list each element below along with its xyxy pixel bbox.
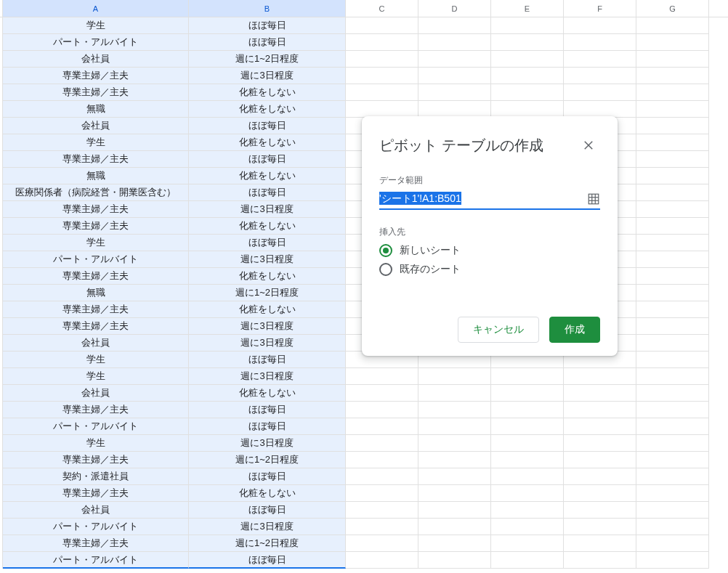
col-header-B[interactable]: B [189,0,346,17]
cell-G[interactable] [636,201,709,218]
cell-G[interactable] [636,118,709,134]
close-button[interactable] [577,134,600,157]
cell-B[interactable]: ほぼ毎日 [189,418,346,435]
col-header-E[interactable]: E [491,0,564,17]
cell-D[interactable] [418,418,491,435]
cell-B[interactable]: ほぼ毎日 [189,402,346,418]
cell-C[interactable] [346,519,418,535]
cell-E[interactable] [491,402,564,418]
cell-A[interactable]: 会社員 [3,385,189,402]
cell-F[interactable] [564,385,636,402]
cell-A[interactable]: 専業主婦／主夫 [3,268,189,285]
cell-B[interactable]: 化粧をしない [189,301,346,318]
cell-G[interactable] [636,535,709,552]
cell-E[interactable] [491,68,564,84]
cell-D[interactable] [418,552,491,569]
cell-A[interactable]: 無職 [3,101,189,118]
cell-A[interactable]: 無職 [3,168,189,184]
cell-G[interactable] [636,318,709,335]
cell-D[interactable] [418,452,491,468]
cell-A[interactable]: 専業主婦／主夫 [3,218,189,235]
cell-D[interactable] [418,101,491,118]
col-header-D[interactable]: D [418,0,491,17]
cell-E[interactable] [491,34,564,51]
cell-C[interactable] [346,68,418,84]
cell-G[interactable] [636,452,709,468]
cell-C[interactable] [346,418,418,435]
cell-B[interactable]: 週に3日程度 [189,519,346,535]
cell-F[interactable] [564,502,636,519]
cell-A[interactable]: 契約・派遣社員 [3,468,189,485]
cell-D[interactable] [418,485,491,502]
cell-A[interactable]: 学生 [3,235,189,251]
cell-B[interactable]: 週に3日程度 [189,335,346,351]
cell-E[interactable] [491,385,564,402]
cell-A[interactable]: 会社員 [3,118,189,134]
cell-C[interactable] [346,452,418,468]
cell-A[interactable]: パート・アルバイト [3,418,189,435]
cell-E[interactable] [491,418,564,435]
cell-B[interactable]: ほぼ毎日 [189,235,346,251]
cell-F[interactable] [564,402,636,418]
cell-B[interactable]: 週に3日程度 [189,201,346,218]
cell-B[interactable]: 化粧をしない [189,101,346,118]
cell-A[interactable]: パート・アルバイト [3,519,189,535]
cell-A[interactable]: パート・アルバイト [3,552,189,569]
cell-B[interactable]: ほぼ毎日 [189,351,346,368]
cell-F[interactable] [564,84,636,101]
cell-G[interactable] [636,268,709,285]
cell-E[interactable] [491,17,564,34]
cell-B[interactable]: ほぼ毎日 [189,552,346,569]
cell-A[interactable]: 学生 [3,435,189,452]
data-range-input[interactable]: 'シート1'!A1:B501 [379,191,583,207]
cell-F[interactable] [564,34,636,51]
cell-E[interactable] [491,101,564,118]
cell-E[interactable] [491,452,564,468]
col-header-G[interactable]: G [636,0,709,17]
cell-C[interactable] [346,368,418,385]
cell-B[interactable]: 化粧をしない [189,268,346,285]
cell-B[interactable]: ほぼ毎日 [189,118,346,134]
cell-G[interactable] [636,285,709,301]
cell-B[interactable]: 週に3日程度 [189,68,346,84]
cell-G[interactable] [636,51,709,68]
cell-G[interactable] [636,184,709,201]
cell-A[interactable]: 医療関係者（病院経営・開業医含む） [3,184,189,201]
cell-A[interactable]: 専業主婦／主夫 [3,318,189,335]
cell-B[interactable]: 週に1~2日程度 [189,285,346,301]
cell-A[interactable]: 専業主婦／主夫 [3,402,189,418]
cell-D[interactable] [418,84,491,101]
cell-G[interactable] [636,368,709,385]
cell-D[interactable] [418,34,491,51]
cell-G[interactable] [636,385,709,402]
col-header-F[interactable]: F [564,0,636,17]
cell-F[interactable] [564,552,636,569]
col-header-A[interactable]: A [3,0,189,17]
cell-F[interactable] [564,51,636,68]
cell-A[interactable]: 専業主婦／主夫 [3,68,189,84]
cancel-button[interactable]: キャンセル [458,317,539,343]
cell-A[interactable]: 専業主婦／主夫 [3,535,189,552]
cell-A[interactable]: 会社員 [3,51,189,68]
cell-B[interactable]: 化粧をしない [189,84,346,101]
cell-A[interactable]: パート・アルバイト [3,34,189,51]
cell-C[interactable] [346,84,418,101]
cell-G[interactable] [636,151,709,168]
cell-B[interactable]: ほぼ毎日 [189,502,346,519]
cell-A[interactable]: 学生 [3,134,189,151]
cell-D[interactable] [418,68,491,84]
cell-G[interactable] [636,34,709,51]
cell-A[interactable]: 専業主婦／主夫 [3,485,189,502]
create-button[interactable]: 作成 [549,317,600,343]
cell-G[interactable] [636,418,709,435]
cell-F[interactable] [564,468,636,485]
cell-F[interactable] [564,368,636,385]
cell-D[interactable] [418,435,491,452]
cell-D[interactable] [418,51,491,68]
cell-B[interactable]: ほぼ毎日 [189,184,346,201]
cell-A[interactable]: 会社員 [3,502,189,519]
cell-E[interactable] [491,435,564,452]
cell-B[interactable]: 週に3日程度 [189,368,346,385]
cell-D[interactable] [418,368,491,385]
cell-G[interactable] [636,134,709,151]
